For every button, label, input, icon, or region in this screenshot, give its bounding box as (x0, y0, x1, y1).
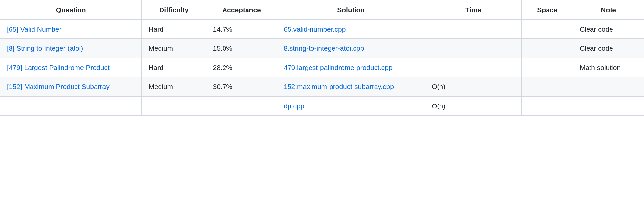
solution-link[interactable]: 152.maximum-product-subarray.cpp (284, 83, 394, 90)
table-row: [152] Maximum Product Subarray Medium 30… (0, 77, 644, 97)
cell-time (425, 19, 522, 39)
cell-space (522, 96, 573, 116)
header-difficulty: Difficulty (142, 0, 206, 20)
header-solution: Solution (277, 0, 425, 20)
cell-note (573, 96, 644, 116)
cell-time: O(n) (425, 77, 522, 97)
cell-space (522, 58, 573, 77)
solution-link[interactable]: dp.cpp (284, 102, 304, 110)
header-question: Question (0, 0, 142, 20)
header-time: Time (425, 0, 522, 20)
cell-note: Math solution (573, 58, 644, 77)
header-space: Space (522, 0, 573, 20)
header-note: Note (573, 0, 644, 20)
cell-time (425, 39, 522, 58)
cell-acceptance: 14.7% (206, 19, 277, 39)
cell-solution: 152.maximum-product-subarray.cpp (277, 77, 425, 97)
cell-time (425, 58, 522, 77)
solution-link[interactable]: 479.largest-palindrome-product.cpp (284, 64, 393, 71)
cell-note (573, 77, 644, 97)
question-link[interactable]: [479] Largest Palindrome Product (7, 64, 110, 71)
solution-link[interactable]: 65.valid-number.cpp (284, 25, 346, 33)
cell-solution: 479.largest-palindrome-product.cpp (277, 58, 425, 77)
solution-link[interactable]: 8.string-to-integer-atoi.cpp (284, 44, 364, 52)
cell-difficulty: Hard (142, 58, 206, 77)
cell-difficulty (142, 96, 206, 116)
cell-space (522, 19, 573, 39)
cell-solution: dp.cpp (277, 96, 425, 116)
cell-note: Clear code (573, 19, 644, 39)
cell-acceptance: 28.2% (206, 58, 277, 77)
cell-time: O(n) (425, 96, 522, 116)
problems-table: Question Difficulty Acceptance Solution … (0, 0, 644, 116)
cell-note: Clear code (573, 39, 644, 58)
question-link[interactable]: [152] Maximum Product Subarray (7, 83, 110, 90)
table-header-row: Question Difficulty Acceptance Solution … (0, 0, 644, 20)
cell-space (522, 39, 573, 58)
table-row: [8] String to Integer (atoi) Medium 15.0… (0, 39, 644, 58)
cell-difficulty: Medium (142, 77, 206, 97)
question-link[interactable]: [8] String to Integer (atoi) (7, 44, 83, 52)
cell-acceptance: 15.0% (206, 39, 277, 58)
cell-solution: 8.string-to-integer-atoi.cpp (277, 39, 425, 58)
cell-question: [8] String to Integer (atoi) (0, 39, 142, 58)
cell-solution: 65.valid-number.cpp (277, 19, 425, 39)
header-acceptance: Acceptance (206, 0, 277, 20)
table-row: [65] Valid Number Hard 14.7% 65.valid-nu… (0, 19, 644, 39)
table-row: dp.cpp O(n) (0, 96, 644, 116)
cell-difficulty: Medium (142, 39, 206, 58)
cell-acceptance (206, 96, 277, 116)
cell-space (522, 77, 573, 97)
cell-difficulty: Hard (142, 19, 206, 39)
cell-question: [152] Maximum Product Subarray (0, 77, 142, 97)
table-row: [479] Largest Palindrome Product Hard 28… (0, 58, 644, 77)
cell-question: [479] Largest Palindrome Product (0, 58, 142, 77)
cell-question (0, 96, 142, 116)
cell-acceptance: 30.7% (206, 77, 277, 97)
cell-question: [65] Valid Number (0, 19, 142, 39)
question-link[interactable]: [65] Valid Number (7, 25, 62, 33)
